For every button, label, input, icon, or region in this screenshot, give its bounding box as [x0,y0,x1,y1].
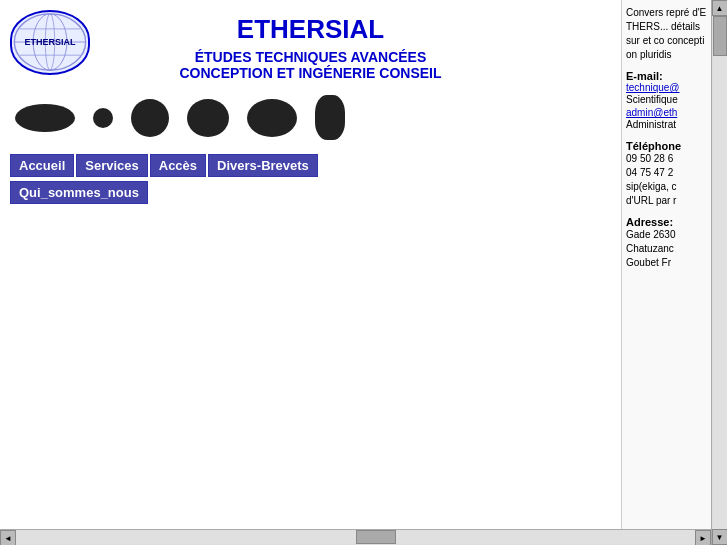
sidebar-admin-label: Administrat [626,118,707,132]
logo-area: ETHERSIAL [10,10,90,75]
hscroll-thumb[interactable] [356,530,396,544]
nav-item-accueil[interactable]: Accueil [10,154,74,177]
nav-item-divers-brevets[interactable]: Divers-Brevets [208,154,318,177]
logo-text: ETHERSIAL [24,38,75,48]
sidebar-scientifique-label: Scientifique [626,93,707,107]
sidebar: Convers repré d'ETHERS... détails sur et… [621,0,711,545]
sidebar-email-label: E-mail: [626,70,707,82]
sidebar-address3: Goubet Fr [626,256,707,270]
sidebar-telephone-label: Téléphone [626,140,707,152]
scroll-thumb[interactable] [713,16,727,56]
decorative-dot-1 [15,104,75,132]
scroll-left-button[interactable]: ◄ [0,530,16,545]
hscroll-track[interactable] [16,530,695,544]
sidebar-telephone1: 09 50 28 6 [626,152,707,166]
sidebar-intro-text: Convers repré d'ETHERS... détails sur et… [626,7,706,60]
decorative-dot-2 [93,108,113,128]
nav-item-qui-sommes-nous[interactable]: Qui_sommes_nous [10,181,148,204]
decorative-dot-3 [131,99,169,137]
decorative-dot-5 [247,99,297,137]
horizontal-scrollbar: ◄ ► [0,529,711,545]
decorative-dot-4 [187,99,229,137]
sidebar-address2: Chatuzanc [626,242,707,256]
nav-item-services[interactable]: Services [76,154,148,177]
scroll-down-button[interactable]: ▼ [712,529,728,545]
nav-item-acces[interactable]: Accès [150,154,206,177]
sidebar-telephone2: 04 75 47 2 [626,166,707,180]
dots-row [15,91,611,144]
scroll-up-button[interactable]: ▲ [712,0,728,16]
sidebar-telephone3: sip(ekiga, c [626,180,707,194]
sidebar-address1: Gade 2630 [626,228,707,242]
sidebar-intro: Convers repré d'ETHERS... détails sur et… [626,6,707,62]
subtitle2: CONCEPTION ET INGÉNERIE CONSEIL [10,65,611,81]
header-row: ETHERSIAL ETHERSIAL ÉTUDES TECHNIQUES AV… [10,10,611,81]
navigation-bar-2: Qui_sommes_nous [10,181,611,204]
main-content: ETHERSIAL ETHERSIAL ÉTUDES TECHNIQUES AV… [0,0,621,545]
sidebar-email-admin[interactable]: admin@eth [626,107,707,118]
scroll-right-button[interactable]: ► [695,530,711,545]
header-center: ETHERSIAL ÉTUDES TECHNIQUES AVANCÉES CON… [10,10,611,81]
main-area: ETHERSIAL ETHERSIAL ÉTUDES TECHNIQUES AV… [0,0,727,545]
logo-circle: ETHERSIAL [10,10,90,75]
sidebar-telephone4: d'URL par r [626,194,707,208]
browser-window: ETHERSIAL ETHERSIAL ÉTUDES TECHNIQUES AV… [0,0,727,545]
decorative-dot-6 [315,95,345,140]
subtitle1: ÉTUDES TECHNIQUES AVANCÉES [10,49,611,65]
vertical-scrollbar: ▲ ▼ [711,0,727,545]
navigation-bar: Accueil Services Accès Divers-Brevets [10,154,611,177]
page-title: ETHERSIAL [10,14,611,45]
scroll-track[interactable] [713,16,727,529]
sidebar-address-label: Adresse: [626,216,707,228]
sidebar-email-technique[interactable]: technique@ [626,82,707,93]
